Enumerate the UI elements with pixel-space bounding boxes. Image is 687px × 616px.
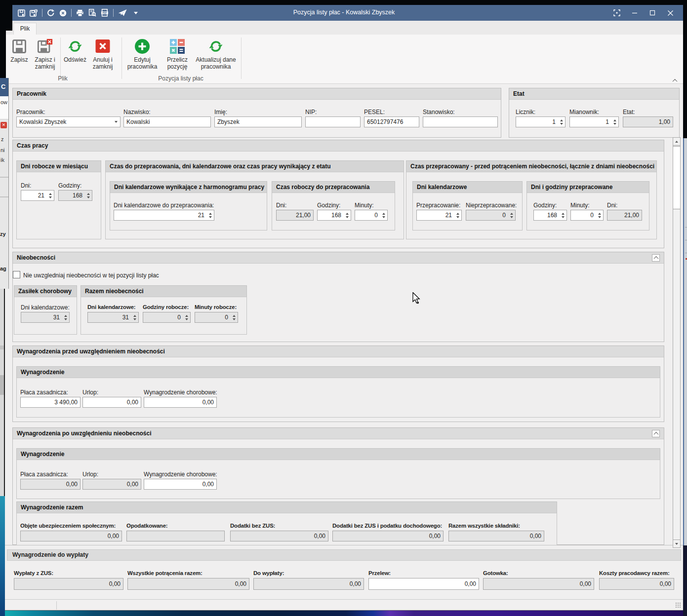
spinner-buttons[interactable] [183,312,190,322]
collapse-section-button[interactable] [652,254,660,262]
spinner-buttons[interactable] [62,312,69,322]
save-and-close-button[interactable]: Zapisz i zamknij [32,38,58,70]
recalculate-button[interactable]: Przelicz pozycję [163,38,192,70]
field-label: Minuty: [355,202,388,209]
ribbon-group-label: Pozycja listy płac [123,75,238,82]
field-pracownik: Pracownik: Kowalski Zbyszek [16,109,121,127]
button-label: Przelicz pozycję [163,56,192,70]
wynagrodzenie-chorobowe-input[interactable]: 0,00 [144,397,217,408]
spinner-buttons[interactable] [131,312,138,322]
chevron-up-icon [653,432,658,437]
save-button[interactable]: Zapisz [8,38,31,63]
minuty-spinner[interactable]: 0 [570,210,604,221]
licznik-spinner[interactable]: 1 [516,116,566,127]
urlop-input: 0,00 [82,479,141,490]
spinner-buttons[interactable] [596,210,603,220]
spinner-buttons[interactable] [380,210,387,220]
button-label: Odśwież [62,56,88,63]
field-label: Dni: [276,202,314,209]
nie-uwzgledniaj-checkbox[interactable] [13,271,20,278]
desktop-background [0,31,6,78]
refresh-button[interactable]: Odśwież [62,38,88,63]
godziny-spinner[interactable]: 168 [317,210,351,221]
spinner-buttons[interactable] [454,210,461,220]
field-dni-robocze-dni: Dni: 21 [21,182,54,201]
pracownik-combobox[interactable]: Kowalski Zbyszek [16,116,121,127]
field-objete: Objęte ubezpieczeniem społecznym: 0,00 [20,523,122,541]
field-label: Wynagrodzenie chorobowe: [144,471,217,478]
placa-zasadnicza-input[interactable]: 3 490,00 [20,397,81,408]
spinner-buttons[interactable] [231,312,237,322]
nip-input[interactable] [305,116,361,127]
background-window-sliver [683,138,687,545]
update-employee-data-button[interactable]: Aktualizuj dane pracownika [194,38,238,70]
field-razem-dni: Dni kalendarzowe: 31 [87,304,139,323]
spinner-buttons[interactable] [558,117,565,127]
field-label: NIP: [305,109,361,116]
gotowka-input: 0,00 [483,578,594,590]
godziny-spinner[interactable]: 168 [533,210,567,221]
cancel-icon [95,38,111,54]
mianownik-spinner[interactable]: 1 [569,116,619,127]
field-razem-godziny: Godziny robocze: 0 [143,304,191,323]
dni-spinner[interactable]: 21 [21,190,54,201]
spinner-buttons[interactable] [85,191,91,200]
calculator-icon [169,38,185,54]
nieprzepracowane-spinner: 0 [466,210,516,221]
field-label: Razem wszystkie składniki: [448,523,544,530]
field-gotowka: Gotowka: 0,00 [483,570,594,590]
spinner-buttons[interactable] [207,210,213,220]
tab-plik[interactable]: Plik [13,23,37,35]
field-label: Dni kalendarzowe: [87,304,139,311]
field-label: Dni: [607,202,642,209]
spinner-buttons[interactable] [344,210,350,220]
minuty-spinner[interactable]: 0 [355,210,388,221]
urlop-input[interactable]: 0,00 [82,397,141,408]
field-zasilek-dni: Dni kalendarzowe: 31 [21,304,70,323]
field-potracenia: Wszystkie potrącenia razem: 0,00 [127,570,249,590]
capture-icon[interactable] [608,5,626,21]
cancel-and-close-button[interactable]: Anuluj i zamknij [89,38,117,70]
field-nieprzepracowane: Nieprzepracowane: 0 [466,202,516,221]
dni-kalendarzowe-spinner[interactable]: 21 [114,210,214,221]
spinner-buttons[interactable] [508,210,515,220]
save-and-close-icon [37,38,53,54]
maximize-icon[interactable] [644,5,661,21]
chevron-up-icon [653,256,658,261]
spinner-buttons[interactable] [560,210,566,220]
field-przepracowane-dni: Dni: 21,00 [607,202,642,221]
ribbon-group-label: Plik [8,75,118,82]
collapse-section-button[interactable] [652,430,660,437]
nazwisko-input[interactable]: Kowalski [123,116,211,127]
stanowisko-input[interactable] [423,116,498,127]
field-wyplaty-zus: Wypłaty z ZUS: 0,00 [14,570,123,590]
chevron-down-icon[interactable] [112,117,120,127]
potracenia-input: 0,00 [127,578,249,590]
pesel-input[interactable]: 65012797476 [364,116,419,127]
resize-grip[interactable] [675,602,681,608]
spinner-buttons[interactable] [611,117,618,127]
scrollbar-thumb[interactable] [673,146,680,209]
section-header: Wynagrodzenie do wypłaty [7,549,681,561]
collapse-ribbon-button[interactable] [671,77,679,84]
spinner-buttons[interactable] [47,191,53,200]
edit-employee-button[interactable]: Edytuj pracownika [123,38,161,70]
przelew-input[interactable]: 0,00 [368,578,479,590]
field-label: Pracownik: [16,109,121,116]
imie-input[interactable]: Zbyszek [214,116,302,127]
field-przepracowane-godziny: Godziny: 168 [533,202,567,221]
razem-skladniki-input: 0,00 [448,531,544,541]
vertical-scrollbar[interactable] [673,137,681,548]
minimize-icon[interactable] [626,5,644,21]
desktop-background [5,611,687,616]
scroll-up-button[interactable] [673,138,680,146]
field-label: Płaca zasadnicza: [20,389,81,396]
wynagrodzenie-chorobowe-input[interactable]: 0,00 [144,479,217,490]
field-label: Minuty: [570,202,604,209]
ribbon: Zapisz Zapisz i zamknij Odśwież Anuluj i… [5,35,683,84]
section-header: Wynagrodzenia po uwzględnieniu nieobecno… [13,428,664,439]
group-header: Wynagrodzenie [17,449,660,460]
przepracowanie-spinner[interactable]: 21 [416,210,462,221]
scroll-down-button[interactable] [673,539,680,547]
close-icon[interactable] [661,5,679,21]
